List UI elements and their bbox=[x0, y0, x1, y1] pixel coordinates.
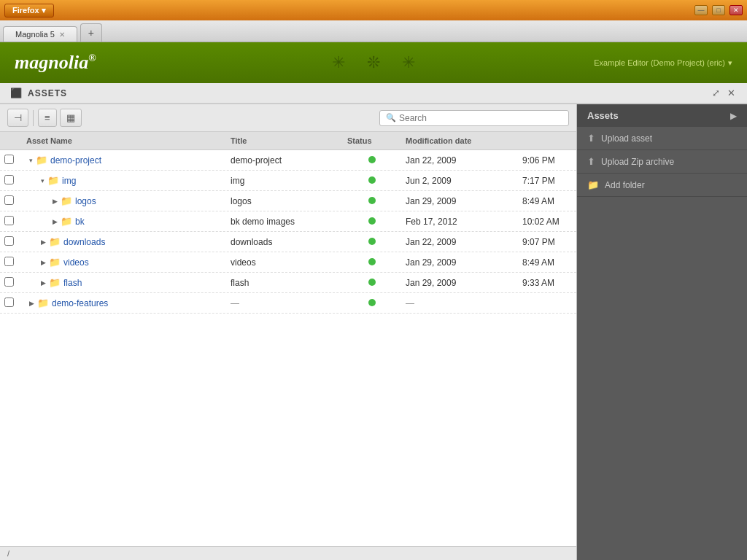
status-dot bbox=[368, 279, 376, 286]
row-name[interactable]: ▾ 📁 img bbox=[22, 174, 226, 187]
checkbox-6[interactable] bbox=[4, 277, 14, 287]
row-checkbox[interactable] bbox=[0, 174, 22, 188]
checkbox-1[interactable] bbox=[4, 175, 14, 184]
new-tab-button[interactable]: + bbox=[80, 23, 102, 42]
row-checkbox[interactable] bbox=[0, 296, 22, 311]
row-time bbox=[518, 302, 576, 305]
action-item-0[interactable]: ⬆ Upload asset bbox=[577, 127, 747, 150]
expand-icon[interactable]: ▶ bbox=[41, 238, 46, 246]
current-path: / bbox=[7, 549, 9, 558]
row-name-label[interactable]: demo-features bbox=[52, 298, 108, 308]
search-input[interactable] bbox=[399, 113, 562, 123]
expand-icon[interactable]: ▶ bbox=[41, 279, 46, 287]
action-icon-1: ⬆ bbox=[587, 156, 595, 167]
expand-icon[interactable]: ▶ bbox=[53, 218, 58, 225]
toolbar-separator-1 bbox=[33, 110, 34, 126]
status-dot bbox=[368, 176, 376, 184]
action-panel-header: Assets ▶ bbox=[577, 104, 747, 127]
table-row[interactable]: ▶ 📁 downloads downloads Jan 22, 2009 9:0… bbox=[0, 232, 576, 252]
content-area: ⬛ ASSETS ⤢ ✕ ⊣ ≡ bbox=[0, 83, 747, 560]
tab-close-icon[interactable]: ✕ bbox=[59, 31, 65, 39]
panel-icon: ⬛ bbox=[10, 88, 22, 98]
status-dot bbox=[368, 197, 376, 204]
action-panel-expand-icon[interactable]: ▶ bbox=[730, 111, 737, 121]
row-time: 10:02 AM bbox=[518, 215, 576, 228]
row-date: Jan 22, 2009 bbox=[401, 154, 518, 167]
row-checkbox[interactable] bbox=[0, 214, 22, 229]
row-name[interactable]: ▶ 📁 flash bbox=[22, 276, 226, 289]
firefox-titlebar: Firefox ▾ — □ ✕ bbox=[0, 0, 747, 20]
row-name[interactable]: ▶ 📁 videos bbox=[22, 255, 226, 269]
row-checkbox[interactable] bbox=[0, 153, 22, 168]
header-status: Status bbox=[343, 135, 401, 147]
folder-icon: 📁 bbox=[49, 236, 61, 247]
file-browser: ⊣ ≡ ▦ 🔍 Asset bbox=[0, 104, 577, 560]
firefox-menu-button[interactable]: Firefox ▾ bbox=[4, 4, 54, 18]
action-item-2[interactable]: 📁 Add folder bbox=[577, 174, 747, 197]
row-name[interactable]: ▾ 📁 demo-project bbox=[22, 153, 226, 167]
user-info[interactable]: Example Editor (Demo Project) (eric) ▾ bbox=[594, 58, 732, 68]
row-name[interactable]: ▶ 📁 demo-features bbox=[22, 296, 226, 310]
row-checkbox[interactable] bbox=[0, 235, 22, 249]
row-checkbox[interactable] bbox=[0, 255, 22, 270]
header-title: Title bbox=[226, 135, 343, 147]
row-name-label[interactable]: downloads bbox=[63, 237, 105, 247]
row-title: img bbox=[226, 174, 343, 187]
logo: magnolia® bbox=[15, 52, 96, 74]
row-name-label[interactable]: videos bbox=[63, 257, 89, 268]
expand-icon[interactable]: ▾ bbox=[41, 177, 44, 184]
checkbox-5[interactable] bbox=[4, 257, 14, 266]
expand-icon[interactable]: ▶ bbox=[53, 198, 58, 205]
row-name[interactable]: ▶ 📁 logos bbox=[22, 194, 226, 208]
table-row[interactable]: ▶ 📁 demo-features — — bbox=[0, 293, 576, 314]
action-item-1[interactable]: ⬆ Upload Zip archive bbox=[577, 150, 747, 174]
row-name[interactable]: ▶ 📁 bk bbox=[22, 214, 226, 228]
panel-close-button[interactable]: ✕ bbox=[726, 88, 737, 98]
table-row[interactable]: ▶ 📁 flash flash Jan 29, 2009 9:33 AM bbox=[0, 273, 576, 293]
table-row[interactable]: ▾ 📁 demo-project demo-project Jan 22, 20… bbox=[0, 150, 576, 171]
nav-icon-tools[interactable]: ✳ bbox=[332, 53, 345, 72]
minimize-button[interactable]: — bbox=[694, 5, 708, 15]
expand-icon[interactable]: ▶ bbox=[29, 300, 34, 307]
expand-icon[interactable]: ▾ bbox=[29, 157, 33, 164]
folder-icon: 📁 bbox=[49, 277, 61, 288]
row-name-label[interactable]: bk bbox=[75, 217, 85, 227]
row-checkbox[interactable] bbox=[0, 276, 22, 290]
restore-button[interactable]: □ bbox=[712, 5, 725, 15]
panel-expand-button[interactable]: ⤢ bbox=[711, 88, 721, 98]
row-time: 8:49 AM bbox=[518, 195, 576, 208]
checkbox-2[interactable] bbox=[4, 195, 14, 205]
action-icon-0: ⬆ bbox=[587, 133, 595, 144]
row-name-label[interactable]: flash bbox=[63, 278, 82, 288]
toolbar-list-view-button[interactable]: ≡ bbox=[38, 109, 57, 127]
nav-icon-pages[interactable]: ❊ bbox=[367, 53, 380, 72]
row-name-label[interactable]: img bbox=[62, 176, 76, 186]
table-row[interactable]: ▶ 📁 logos logos Jan 29, 2009 8:49 AM bbox=[0, 191, 576, 211]
table-row[interactable]: ▾ 📁 img img Jun 2, 2009 7:17 PM bbox=[0, 171, 576, 191]
table-row[interactable]: ▶ 📁 bk bk demo images Feb 17, 2012 10:02… bbox=[0, 211, 576, 232]
row-date: Jun 2, 2009 bbox=[401, 174, 518, 187]
checkbox-0[interactable] bbox=[4, 155, 14, 164]
row-date: Jan 29, 2009 bbox=[401, 256, 518, 269]
row-checkbox[interactable] bbox=[0, 194, 22, 209]
row-date: — bbox=[401, 297, 518, 310]
close-window-button[interactable]: ✕ bbox=[729, 5, 743, 15]
checkbox-7[interactable] bbox=[4, 298, 14, 307]
tab-magnolia5[interactable]: Magnolia 5 ✕ bbox=[3, 26, 77, 42]
row-name-label[interactable]: logos bbox=[75, 196, 96, 206]
nav-icon-asterisk[interactable]: ✳ bbox=[402, 53, 415, 72]
toolbar-grid-view-button[interactable]: ▦ bbox=[60, 109, 82, 127]
tab-bar: Magnolia 5 ✕ + bbox=[0, 20, 747, 42]
row-name[interactable]: ▶ 📁 downloads bbox=[22, 235, 226, 249]
toolbar-tree-view-button[interactable]: ⊣ bbox=[7, 109, 28, 127]
status-dot bbox=[368, 238, 376, 245]
expand-icon[interactable]: ▶ bbox=[41, 259, 46, 266]
row-title: demo-project bbox=[226, 154, 343, 167]
checkbox-3[interactable] bbox=[4, 216, 14, 225]
action-panel: Assets ▶ ⬆ Upload asset ⬆ Upload Zip arc… bbox=[577, 104, 747, 560]
firefox-label: Firefox bbox=[12, 6, 39, 15]
row-name-label[interactable]: demo-project bbox=[50, 155, 101, 166]
checkbox-4[interactable] bbox=[4, 236, 14, 246]
row-status bbox=[343, 276, 401, 289]
table-row[interactable]: ▶ 📁 videos videos Jan 29, 2009 8:49 AM bbox=[0, 252, 576, 273]
